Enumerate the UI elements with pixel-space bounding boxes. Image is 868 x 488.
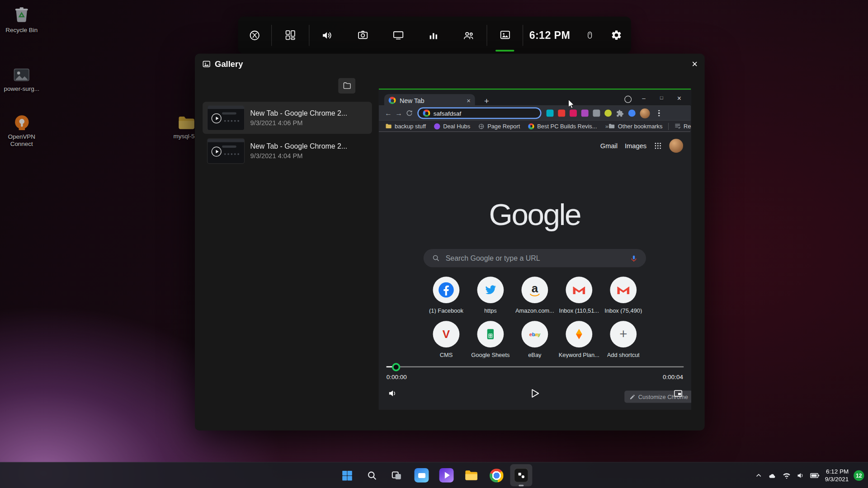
wifi-icon[interactable] — [782, 471, 791, 479]
player-scrubber[interactable] — [392, 363, 400, 371]
shortcut-label: Inbox (110,51... — [559, 307, 599, 314]
gallery-item-date: 9/3/2021 4:04 PM — [250, 152, 347, 160]
shortcut-tile: + Add shortcut — [601, 321, 646, 365]
chrome-menu-icon — [658, 110, 660, 116]
shortcut-tile: Inbox (75,490) — [601, 277, 646, 321]
bookmark-item: backup stuff — [385, 123, 426, 130]
taskbar-app-media[interactable] — [435, 464, 458, 486]
gear-icon — [610, 29, 622, 41]
close-window-button[interactable]: × — [687, 56, 703, 72]
shortcut-tile: ebay eBay — [513, 321, 557, 365]
mouse-icon — [585, 29, 594, 41]
shortcut-label: eBay — [528, 352, 541, 358]
play-icon — [528, 387, 541, 399]
shortcut-label: CMS — [440, 352, 453, 358]
open-folder-button[interactable] — [338, 78, 355, 94]
chrome-minimize-icon: – — [637, 92, 651, 104]
gamebar-taskbar-button[interactable] — [510, 464, 532, 486]
keyword-planner-icon — [566, 321, 592, 347]
shortcut-label: Google Sheets — [471, 352, 509, 358]
tray-chevron-up-icon[interactable] — [755, 471, 763, 479]
shortcut-tile: a Amazon.com... — [513, 277, 557, 321]
battery-icon[interactable] — [810, 471, 820, 479]
people-icon — [463, 29, 475, 41]
shortcut-label: Keyword Plan... — [559, 352, 599, 358]
bookmarks-bar: backup stuff Deal Hubs Page Report Best … — [379, 121, 691, 131]
player-timeline[interactable] — [387, 366, 684, 367]
pointer-toggle-button[interactable] — [576, 17, 603, 54]
tray-volume-icon[interactable] — [796, 471, 805, 479]
player-volume-button[interactable] — [385, 386, 400, 401]
player-popout-button[interactable] — [671, 386, 685, 401]
video-preview[interactable]: New Tab × + – □ × ← → safsafdsaf — [379, 89, 691, 409]
extension-icon — [593, 109, 600, 117]
gallery-widget-button[interactable] — [487, 17, 523, 54]
gamebar-clock: 6:12 PM — [523, 29, 576, 41]
chrome-new-tab-page: Gmail Images Google Search Google or typ… — [379, 131, 691, 409]
omnibox-text: safsafdsaf — [434, 110, 461, 117]
task-view-button[interactable] — [386, 464, 408, 486]
bookmarks-bar-right: Other bookmarks Reading list — [609, 122, 691, 130]
bookmark-label: backup stuff — [395, 123, 426, 130]
taskbar-app-blue[interactable] — [410, 464, 433, 486]
cms-icon: V — [433, 321, 460, 347]
open-app-indicator — [519, 485, 524, 487]
settings-button[interactable] — [603, 17, 629, 54]
blue-app-icon — [415, 468, 429, 483]
bookmarks-divider — [668, 122, 669, 130]
extension-icons — [547, 108, 660, 118]
speaker-icon — [321, 29, 333, 41]
chrome-taskbar-button[interactable] — [485, 464, 507, 486]
camera-icon — [357, 29, 368, 41]
gmail-icon — [610, 277, 637, 303]
add-shortcut-icon: + — [610, 321, 637, 347]
shortcut-label: Add shortcut — [607, 352, 640, 358]
screen: Recycle Bin power-surg... OpenVPN Connec… — [0, 0, 868, 488]
system-tray: 6:12 PM 9/3/2021 12 — [755, 463, 864, 488]
chrome-tab-title: New Tab — [400, 97, 463, 104]
taskbar-time: 6:12 PM — [825, 468, 849, 475]
gallery-item-title: New Tab - Google Chrome 2... — [250, 109, 347, 117]
xbox-home-button[interactable] — [238, 17, 271, 54]
twitter-icon — [477, 277, 504, 303]
bookmark-folder-icon — [385, 123, 392, 129]
extension-icon — [604, 109, 612, 117]
gallery-list-item[interactable]: New Tab - Google Chrome 2... 9/3/2021 4:… — [203, 102, 372, 134]
display-icon — [392, 29, 404, 41]
google-sheets-icon — [477, 321, 504, 347]
capture-widget-button[interactable] — [345, 17, 380, 54]
start-button[interactable] — [336, 464, 358, 486]
widget-menu-button[interactable] — [272, 17, 309, 54]
shortcut-tile: Inbox (110,51... — [557, 277, 601, 321]
picture-in-picture-icon — [673, 389, 683, 399]
taskbar-date: 9/3/2021 — [825, 475, 849, 483]
performance-widget-button[interactable] — [416, 17, 451, 54]
google-logo: Google — [379, 197, 691, 232]
taskbar-center — [336, 464, 533, 486]
player-play-button[interactable] — [528, 386, 542, 401]
taskbar-search-button[interactable] — [361, 464, 383, 486]
gallery-list-item[interactable]: New Tab - Google Chrome 2... 9/3/2021 4:… — [203, 135, 372, 167]
images-link: Images — [625, 142, 646, 150]
tray-cloud-icon[interactable] — [768, 471, 778, 479]
play-badge-icon — [212, 113, 222, 123]
gallery-item-thumbnail — [207, 105, 245, 131]
media-app-icon — [439, 468, 454, 483]
pencil-icon — [629, 394, 635, 399]
gallery-item-meta: New Tab - Google Chrome 2... 9/3/2021 4:… — [250, 142, 347, 160]
bookmarks-overflow-icon: » — [605, 123, 609, 130]
shortcut-label: Inbox (75,490) — [604, 307, 642, 314]
taskbar-clock[interactable]: 6:12 PM 9/3/2021 — [825, 468, 849, 483]
bookmark-label: Page Report — [487, 123, 520, 130]
social-widget-button[interactable] — [451, 17, 486, 54]
file-explorer-button[interactable] — [460, 464, 482, 486]
search-placeholder: Search Google or type a URL — [446, 254, 625, 262]
gamebar-app-icon — [514, 468, 528, 483]
shortcut-tile: https — [468, 277, 513, 321]
widgets-icon — [284, 29, 296, 41]
google-favicon — [423, 109, 430, 117]
google-favicon — [389, 97, 396, 104]
audio-widget-button[interactable] — [309, 17, 344, 54]
notification-count-badge[interactable]: 12 — [854, 470, 864, 480]
broadcast-widget-button[interactable] — [380, 17, 415, 54]
